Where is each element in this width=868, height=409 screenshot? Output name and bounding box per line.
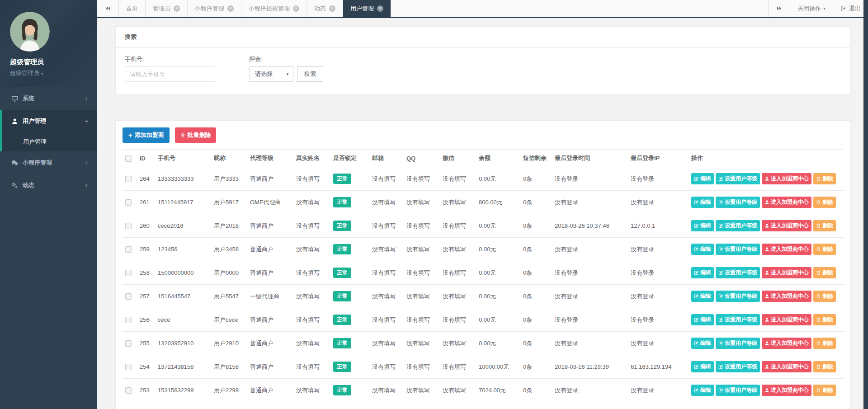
tab-close-icon[interactable]: ×	[377, 5, 383, 12]
row-cell: 没有登录	[628, 238, 689, 261]
column-header: 昵称	[211, 150, 247, 167]
edit-button[interactable]: 编辑	[691, 267, 714, 278]
action-label: 编辑	[700, 316, 711, 324]
add-franchisee-button[interactable]: 添加加盟商	[123, 127, 170, 143]
row-cell: 没有登录	[628, 332, 689, 355]
row-cell: 0.00元	[476, 285, 520, 308]
tab-close-icon[interactable]: ×	[329, 5, 335, 12]
edit-button[interactable]: 编辑	[691, 173, 714, 184]
action-label: 编辑	[700, 175, 711, 183]
tab-item[interactable]: 管理员×	[146, 0, 188, 17]
enter-franchisee-center-button[interactable]: 进入加盟商中心	[762, 385, 811, 396]
action-label: 删除	[822, 175, 833, 183]
edit-button[interactable]: 编辑	[691, 338, 714, 349]
deposit-select[interactable]: 请选择 ▼	[249, 66, 293, 82]
tab-close-icon[interactable]: ×	[227, 5, 234, 12]
row-checkbox[interactable]	[125, 270, 132, 276]
column-header: 代理等级	[247, 150, 293, 167]
enter-franchisee-center-button[interactable]: 进入加盟商中心	[762, 314, 811, 325]
delete-button[interactable]: 删除	[813, 385, 836, 396]
tab-item[interactable]: 首页	[119, 0, 146, 17]
edit-button[interactable]: 编辑	[691, 314, 714, 325]
tab-item[interactable]: 小程序管理×	[188, 0, 241, 17]
edit-button[interactable]: 编辑	[691, 361, 714, 372]
set-user-level-button[interactable]: 设置用户等级	[716, 291, 760, 302]
sidebar-subitem-link[interactable]: 用户管理	[2, 132, 97, 151]
edit-icon	[694, 223, 699, 228]
sidebar-item-label: 动态	[23, 181, 84, 189]
set-user-level-button[interactable]: 设置用户等级	[716, 220, 760, 231]
set-user-level-button[interactable]: 设置用户等级	[716, 244, 760, 255]
delete-button[interactable]: 删除	[813, 361, 836, 372]
sidebar-item-link[interactable]: 小程序管理	[2, 151, 97, 174]
sidebar-item-link[interactable]: 系统	[2, 87, 97, 110]
deposit-select-value: 请选择	[255, 70, 273, 78]
set-user-level-button[interactable]: 设置用户等级	[716, 385, 760, 396]
row-checkbox[interactable]	[125, 364, 132, 370]
row-checkbox[interactable]	[125, 317, 132, 323]
tab-item[interactable]: 用户管理×	[343, 0, 391, 17]
delete-button[interactable]: 删除	[813, 314, 836, 325]
logout-button[interactable]: 退出	[833, 0, 868, 17]
delete-button[interactable]: 删除	[813, 173, 836, 184]
delete-button[interactable]: 删除	[813, 197, 836, 208]
row-checkbox[interactable]	[125, 387, 132, 394]
delete-button[interactable]: 删除	[813, 267, 836, 278]
row-actions-cell: 编辑设置用户等级进入加盟商中心删除	[689, 332, 844, 355]
enter-franchisee-center-button[interactable]: 进入加盟商中心	[762, 173, 811, 184]
delete-button[interactable]: 删除	[813, 220, 836, 231]
set-user-level-button[interactable]: 设置用户等级	[716, 361, 760, 372]
edit-button[interactable]: 编辑	[691, 291, 714, 302]
set-user-level-button[interactable]: 设置用户等级	[716, 267, 760, 278]
row-select-cell	[123, 261, 137, 285]
row-cell: 2018-03-26 10:37:46	[552, 214, 628, 238]
enter-franchisee-center-button[interactable]: 进入加盟商中心	[762, 267, 811, 278]
enter-franchisee-center-button[interactable]: 进入加盟商中心	[762, 291, 811, 302]
trash-icon	[816, 270, 821, 275]
tab-close-icon[interactable]: ×	[293, 5, 299, 12]
status-badge: 正常	[333, 315, 351, 325]
tab-label: 动态	[314, 5, 326, 13]
row-checkbox[interactable]	[125, 223, 132, 229]
edit-button[interactable]: 编辑	[691, 197, 714, 208]
enter-franchisee-center-button[interactable]: 进入加盟商中心	[762, 244, 811, 255]
profile-role-dropdown[interactable]: 超级管理员▾	[10, 69, 87, 77]
tab-item[interactable]: 动态×	[307, 0, 343, 17]
close-operations-dropdown[interactable]: 关闭操作▾	[790, 0, 833, 17]
sidebar-item-link[interactable]: 用户管理	[2, 110, 97, 132]
row-cell: 256	[137, 308, 155, 332]
avatar[interactable]	[10, 12, 50, 52]
tabs-scroll-left-button[interactable]	[97, 0, 119, 17]
delete-button[interactable]: 删除	[813, 338, 836, 349]
enter-franchisee-center-button[interactable]: 进入加盟商中心	[762, 220, 811, 231]
row-checkbox[interactable]	[125, 340, 132, 347]
tabs-scroll-right-button[interactable]	[768, 0, 790, 17]
enter-franchisee-center-button[interactable]: 进入加盟商中心	[762, 361, 811, 372]
tab-item[interactable]: 小程序授权管理×	[241, 0, 307, 17]
action-label: 编辑	[700, 339, 711, 347]
sidebar-item-link[interactable]: 动态	[2, 174, 97, 197]
enter-franchisee-center-button[interactable]: 进入加盟商中心	[762, 338, 811, 349]
delete-button[interactable]: 删除	[813, 244, 836, 255]
row-cell: 800.00元	[476, 191, 520, 214]
set-user-level-button[interactable]: 设置用户等级	[716, 314, 760, 325]
batch-delete-button[interactable]: 批量删除	[175, 127, 216, 143]
search-button[interactable]: 搜索	[297, 66, 323, 82]
set-user-level-button[interactable]: 设置用户等级	[716, 173, 760, 184]
set-user-level-button[interactable]: 设置用户等级	[716, 338, 760, 349]
tab-close-icon[interactable]: ×	[174, 5, 180, 12]
select-all-checkbox[interactable]	[125, 155, 132, 162]
row-checkbox[interactable]	[125, 293, 132, 300]
edit-button[interactable]: 编辑	[691, 220, 714, 231]
select-all-header	[123, 150, 137, 167]
edit-button[interactable]: 编辑	[691, 385, 714, 396]
edit-button[interactable]: 编辑	[691, 244, 714, 255]
delete-button[interactable]: 删除	[813, 291, 836, 302]
row-checkbox[interactable]	[125, 176, 132, 182]
phone-input[interactable]	[125, 66, 215, 82]
row-checkbox[interactable]	[125, 199, 132, 206]
action-label: 进入加盟商中心	[771, 339, 809, 347]
row-checkbox[interactable]	[125, 246, 132, 253]
set-user-level-button[interactable]: 设置用户等级	[716, 197, 760, 208]
enter-franchisee-center-button[interactable]: 进入加盟商中心	[762, 197, 811, 208]
